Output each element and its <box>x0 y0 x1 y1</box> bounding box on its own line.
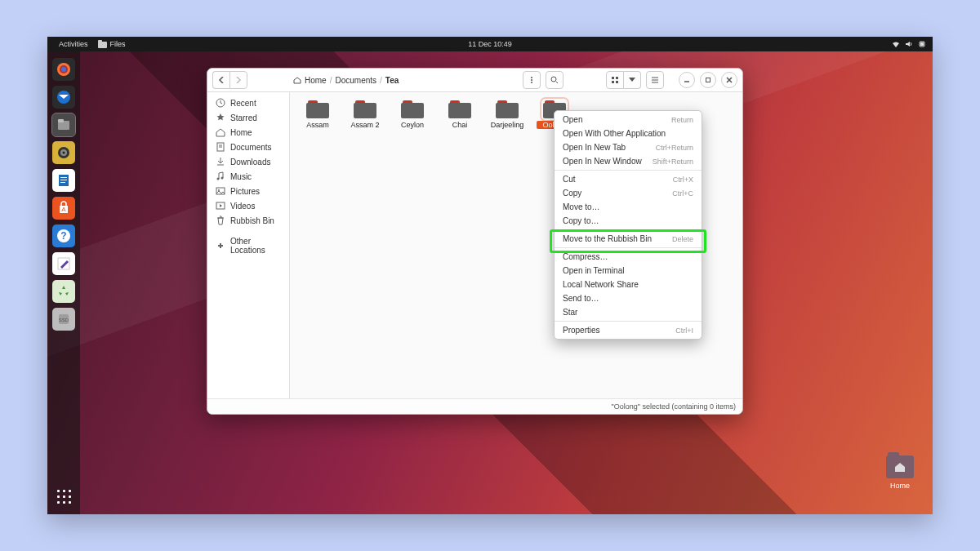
folder-icon <box>401 100 424 118</box>
svg-rect-15 <box>60 180 67 180</box>
svg-point-27 <box>551 77 556 82</box>
context-menu-item[interactable]: Local Network Share <box>555 278 702 291</box>
downloads-icon <box>216 157 225 167</box>
nav-back-button[interactable] <box>212 71 229 89</box>
dock-firefox[interactable] <box>52 58 75 81</box>
videos-icon <box>216 201 225 211</box>
context-menu-item[interactable]: OpenReturn <box>555 113 702 127</box>
sidebar-item-trash[interactable]: Rubbish Bin <box>207 213 289 228</box>
context-menu-item[interactable]: Copy to… <box>555 214 702 228</box>
folder-item[interactable]: Assam 2 <box>347 100 383 129</box>
activities-button[interactable]: Activities <box>54 40 93 48</box>
svg-point-25 <box>531 79 532 81</box>
view-icon-button[interactable] <box>606 71 624 89</box>
svg-point-26 <box>531 82 532 83</box>
context-menu-accel: Return <box>671 116 693 124</box>
dock: A?SSD <box>47 51 80 514</box>
clock[interactable]: 11 Dec 10:49 <box>468 40 512 48</box>
context-menu-separator <box>555 170 702 171</box>
folder-item[interactable]: Chai <box>442 100 478 129</box>
dock-software[interactable]: A <box>52 197 75 220</box>
context-menu-item[interactable]: Send to… <box>555 291 702 305</box>
context-menu-item[interactable]: PropertiesCtrl+I <box>555 323 702 337</box>
search-button[interactable] <box>546 71 564 89</box>
sidebar-item-recent[interactable]: Recent <box>207 96 289 110</box>
sidebar-item-home[interactable]: Home <box>207 125 289 140</box>
folder-icon <box>306 100 329 118</box>
window-minimize-button[interactable] <box>679 72 695 88</box>
dock-rhythmbox[interactable] <box>52 141 75 164</box>
context-menu-separator <box>555 247 702 248</box>
folder-item[interactable]: Ceylon <box>394 100 430 129</box>
context-menu-item[interactable]: Open In New TabCtrl+Return <box>555 140 702 154</box>
volume-icon <box>905 40 913 48</box>
window-maximize-button[interactable] <box>700 72 716 88</box>
context-menu-item[interactable]: Move to… <box>555 200 702 214</box>
system-tray[interactable] <box>892 40 926 48</box>
context-menu-label: Open in Terminal <box>563 266 624 275</box>
context-menu-label: Move to the Rubbish Bin <box>563 234 652 243</box>
context-menu-accel: Ctrl+X <box>673 176 693 184</box>
sidebar-item-label: Rubbish Bin <box>230 216 274 225</box>
breadcrumb-segment[interactable]: Tea <box>385 76 399 85</box>
sidebar-item-star[interactable]: Starred <box>207 110 289 125</box>
top-bar: Activities Files 11 Dec 10:49 <box>47 37 933 51</box>
breadcrumb-segment[interactable]: Documents <box>335 76 376 85</box>
svg-rect-1 <box>98 40 102 42</box>
folder-item[interactable]: Darjeeling <box>489 100 525 129</box>
status-bar: "Oolong" selected (containing 0 items) <box>207 398 742 414</box>
dock-files[interactable] <box>52 113 75 136</box>
show-applications-button[interactable] <box>52 485 75 508</box>
folder-item[interactable]: Assam <box>300 100 336 129</box>
dock-trash[interactable] <box>52 280 75 303</box>
active-app-indicator[interactable]: Files <box>98 40 126 48</box>
folder-icon <box>354 100 376 118</box>
sidebar-item-pictures[interactable]: Pictures <box>207 184 289 198</box>
window-close-button[interactable] <box>721 72 737 88</box>
dock-text-editor[interactable] <box>52 252 75 275</box>
sidebar-item-videos[interactable]: Videos <box>207 198 289 213</box>
folder-label: Assam 2 <box>347 121 383 129</box>
other-icon <box>216 241 225 251</box>
folder-icon <box>98 40 107 48</box>
desktop-home-shortcut[interactable]: Home <box>882 455 918 490</box>
breadcrumb-segment[interactable]: Home <box>305 76 327 85</box>
music-icon <box>216 171 225 181</box>
context-menu-item[interactable]: CopyCtrl+C <box>555 186 702 200</box>
context-menu-item[interactable]: Star <box>555 305 702 319</box>
context-menu-item[interactable]: CutCtrl+X <box>555 172 702 186</box>
context-menu-item[interactable]: Open In New WindowShift+Return <box>555 154 702 168</box>
hamburger-menu-button[interactable] <box>523 71 541 89</box>
dock-ssd[interactable]: SSD <box>52 308 75 331</box>
dock-thunderbird[interactable] <box>52 86 75 109</box>
sidebar-item-label: Videos <box>230 202 255 211</box>
sidebar: RecentStarredHomeDocumentsDownloadsMusic… <box>207 92 290 398</box>
context-menu-item[interactable]: Move to the Rubbish BinDelete <box>555 232 702 246</box>
context-menu-item[interactable]: Compress… <box>555 250 702 264</box>
documents-icon <box>216 142 225 152</box>
context-menu-label: Copy <box>563 189 581 198</box>
context-menu-label: Star <box>563 308 577 317</box>
context-menu-item[interactable]: Open With Other Application <box>555 127 702 140</box>
home-icon <box>216 127 225 137</box>
folder-label: Chai <box>442 121 478 129</box>
sidebar-item-documents[interactable]: Documents <box>207 140 289 154</box>
breadcrumb[interactable]: Home/Documents/Tea <box>293 76 399 85</box>
context-menu-item[interactable]: Open in Terminal <box>555 264 702 278</box>
view-list-button[interactable] <box>646 71 664 89</box>
nav-forward-button[interactable] <box>229 71 247 89</box>
sidebar-item-label: Recent <box>230 99 256 108</box>
sidebar-item-downloads[interactable]: Downloads <box>207 154 289 169</box>
dock-help[interactable]: ? <box>52 224 75 247</box>
sidebar-item-other[interactable]: Other Locations <box>207 234 289 257</box>
svg-point-24 <box>531 77 532 78</box>
sidebar-item-music[interactable]: Music <box>207 169 289 184</box>
folder-icon <box>496 100 519 118</box>
dock-writer[interactable] <box>52 169 75 192</box>
folder-label: Ceylon <box>394 121 430 129</box>
view-dropdown-button[interactable] <box>624 71 641 89</box>
network-icon <box>892 40 900 48</box>
svg-rect-29 <box>612 77 614 79</box>
svg-point-43 <box>221 177 224 180</box>
sidebar-item-label: Music <box>230 172 252 181</box>
